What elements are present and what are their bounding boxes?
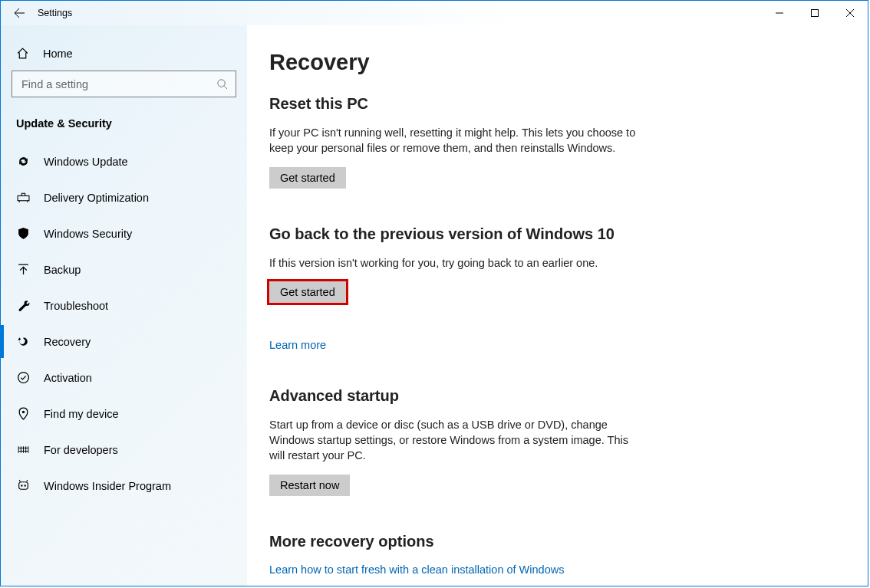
content-area: Recovery Reset this PC If your PC isn't …: [248, 25, 868, 586]
nav-label: Backup: [44, 264, 81, 276]
maximize-icon: [811, 9, 819, 17]
goback-heading: Go back to the previous version of Windo…: [269, 225, 840, 243]
svg-point-7: [24, 485, 25, 486]
nav-recovery[interactable]: Recovery: [1, 324, 247, 360]
sync-icon: [16, 155, 30, 168]
nav-label: Find my device: [44, 408, 119, 420]
svg-rect-2: [18, 195, 29, 200]
reset-description: If your PC isn't running well, resetting…: [269, 125, 638, 156]
nav-label: Troubleshoot: [44, 300, 108, 312]
nav-troubleshoot[interactable]: Troubleshoot: [1, 287, 247, 324]
nav-activation[interactable]: Activation: [1, 360, 247, 396]
svg-point-1: [218, 80, 225, 87]
close-icon: [846, 9, 854, 17]
more-fresh-install-link[interactable]: Learn how to start fresh with a clean in…: [269, 563, 564, 576]
maximize-button[interactable]: [797, 1, 832, 25]
svg-point-3: [18, 373, 28, 383]
nav-label: Windows Update: [44, 156, 128, 168]
check-circle-icon: [16, 371, 30, 384]
insider-icon: [16, 479, 30, 492]
recovery-icon: [16, 335, 30, 348]
advanced-heading: Advanced startup: [269, 387, 840, 405]
close-button[interactable]: [832, 1, 868, 25]
goback-description: If this version isn't working for you, t…: [269, 255, 638, 271]
minimize-button[interactable]: [762, 1, 797, 25]
advanced-description: Start up from a device or disc (such as …: [269, 417, 638, 464]
location-icon: [16, 407, 30, 420]
home-label: Home: [43, 48, 73, 60]
titlebar: Settings: [1, 1, 868, 25]
more-heading: More recovery options: [269, 533, 840, 550]
search-icon: [216, 78, 228, 90]
delivery-icon: [16, 191, 30, 204]
search-input[interactable]: [20, 77, 216, 91]
svg-rect-0: [812, 10, 819, 17]
sidebar-section-title: Update & Security: [1, 113, 247, 143]
goback-get-started-button[interactable]: Get started: [269, 281, 346, 303]
sidebar: Home Update & Security Windows Update De…: [1, 25, 248, 586]
home-icon: [16, 47, 29, 60]
advanced-restart-button[interactable]: Restart now: [269, 475, 350, 496]
reset-get-started-button[interactable]: Get started: [269, 167, 346, 189]
nav-label: Recovery: [44, 336, 91, 348]
search-box[interactable]: [12, 71, 236, 97]
reset-heading: Reset this PC: [269, 95, 840, 113]
developers-icon: [16, 443, 30, 456]
nav-backup[interactable]: Backup: [1, 251, 247, 287]
nav-label: Activation: [44, 372, 92, 384]
svg-point-4: [21, 411, 24, 413]
nav-windows-security[interactable]: Windows Security: [1, 215, 247, 251]
nav-insider-program[interactable]: Windows Insider Program: [1, 468, 247, 504]
sidebar-nav: Windows Update Delivery Optimization Win…: [1, 143, 247, 504]
nav-label: Windows Insider Program: [44, 480, 171, 492]
nav-delivery-optimization[interactable]: Delivery Optimization: [1, 179, 247, 215]
back-button[interactable]: [1, 1, 38, 25]
nav-label: For developers: [44, 444, 118, 456]
nav-for-developers[interactable]: For developers: [1, 432, 247, 468]
nav-windows-update[interactable]: Windows Update: [1, 143, 247, 179]
nav-label: Delivery Optimization: [44, 192, 149, 204]
goback-learn-more-link[interactable]: Learn more: [269, 339, 326, 351]
home-link[interactable]: Home: [1, 41, 247, 71]
backup-icon: [16, 263, 30, 276]
shield-icon: [16, 227, 30, 240]
svg-rect-5: [18, 482, 28, 490]
nav-find-my-device[interactable]: Find my device: [1, 396, 247, 432]
window-title: Settings: [38, 8, 72, 18]
nav-label: Windows Security: [44, 228, 132, 240]
arrow-left-icon: [13, 7, 25, 19]
svg-point-6: [21, 485, 22, 486]
wrench-icon: [16, 299, 30, 312]
minimize-icon: [776, 9, 783, 17]
page-title: Recovery: [269, 50, 840, 75]
